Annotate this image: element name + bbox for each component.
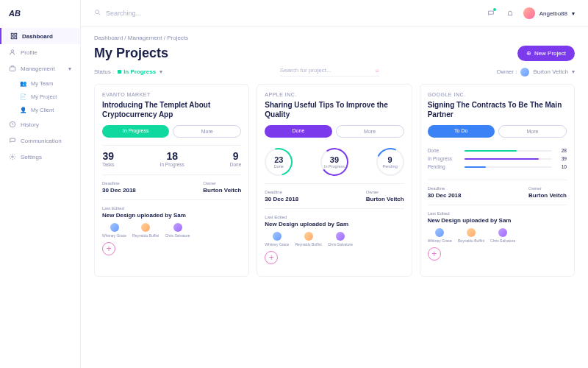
person-name: Whitney Grace: [265, 242, 289, 247]
nav-label: Management: [21, 66, 55, 72]
owner-filter[interactable]: Owner : Burton Veitch ▾: [496, 68, 575, 77]
stat-num: 23: [274, 155, 283, 164]
company-name: EVANTO MARKET: [102, 92, 241, 97]
project-title: Sharing Useful Tips To Improve the Quali…: [265, 100, 404, 119]
card-actions: In Progress More: [102, 125, 241, 138]
person[interactable]: Whitney Grace: [428, 228, 452, 243]
person[interactable]: Reynaldo Buffini: [132, 223, 159, 238]
nav-my-client[interactable]: 👤My Client: [19, 103, 80, 116]
avatar: [336, 232, 345, 241]
meta-row: Deadline30 Dec 2018 OwnerBurton Veitch: [428, 180, 567, 205]
search-placeholder: Search for project...: [280, 67, 331, 74]
edited-lbl: Last Edited: [265, 215, 404, 219]
status-button[interactable]: To Do: [428, 125, 495, 138]
new-project-button[interactable]: ⊕ New Project: [517, 46, 575, 61]
nav-management[interactable]: Management ▾: [0, 60, 80, 77]
person[interactable]: Whitney Grace: [102, 223, 126, 238]
person[interactable]: Reynaldo Buffini: [295, 232, 321, 247]
avatar: [141, 223, 150, 232]
people: Whitney Grace Reynaldo Buffini Chris Sal…: [102, 223, 241, 238]
person-name: Reynaldo Buffini: [132, 233, 159, 238]
person[interactable]: Chris Salvatore: [328, 232, 353, 247]
file-icon: 📄: [19, 93, 26, 100]
nav-communication[interactable]: Communication: [0, 132, 80, 149]
deadline: Deadline30 Dec 2018: [265, 190, 298, 202]
bar-lbl: Pending: [428, 164, 460, 169]
person-name: Chris Salvatore: [165, 233, 190, 238]
status-button[interactable]: Done: [265, 125, 331, 138]
project-search[interactable]: Search for project... ⌕: [280, 67, 379, 77]
stat: 39Tasks: [102, 150, 115, 167]
person[interactable]: Whitney Grace: [265, 232, 289, 247]
add-person-button[interactable]: +: [428, 247, 441, 261]
last-edited: Last Edited New Design uploaded by Sam W…: [265, 209, 404, 269]
nav-my-project[interactable]: 📄My Project: [19, 90, 80, 103]
person[interactable]: Chris Salvatore: [165, 223, 190, 238]
meta-row: Deadline30 Dec 2018 OwnerBurton Veitch: [102, 175, 241, 200]
person[interactable]: Reynaldo Buffini: [458, 228, 484, 243]
nav-label: Dashboard: [22, 33, 53, 40]
meta-lbl: Owner: [366, 190, 404, 194]
nav-profile[interactable]: Profile: [0, 44, 80, 60]
app-root: AB Dashboard Profile Management ▾ 👥My Te…: [0, 0, 588, 368]
project-cards: EVANTO MARKET Introducing The Templet Ab…: [94, 84, 575, 277]
more-button[interactable]: More: [336, 125, 404, 138]
status-button[interactable]: In Progress: [102, 125, 169, 138]
person[interactable]: Chris Salvatore: [490, 228, 515, 243]
edited-lbl: Last Edited: [102, 206, 241, 210]
more-button[interactable]: More: [498, 125, 567, 138]
stat-lbl: Tasks: [102, 162, 115, 167]
stat-lbl: Done: [230, 162, 242, 167]
chevron-down-icon: ▾: [68, 66, 71, 72]
svg-rect-1: [15, 33, 17, 35]
project-title: Signing The Contracts To Be The Main Par…: [428, 100, 567, 119]
add-person-button[interactable]: +: [265, 251, 278, 264]
bar-track: [465, 158, 552, 160]
username: Angelbo88: [539, 10, 567, 17]
owner: OwnerBurton Veitch: [366, 190, 404, 202]
status-filter[interactable]: Status : In Progress ▾: [94, 68, 162, 75]
stats-rings: 23Done 39In Progress 9Pending: [265, 145, 404, 184]
people: Whitney Grace Reynaldo Buffini Chris Sal…: [265, 232, 404, 247]
user-menu[interactable]: Angelbo88 ▾: [523, 7, 575, 19]
svg-rect-3: [15, 37, 17, 39]
stat-num: 39: [330, 155, 339, 164]
nav-my-team[interactable]: 👥My Team: [19, 77, 80, 90]
meta-row: Deadline30 Dec 2018 OwnerBurton Veitch: [265, 184, 404, 209]
messages-button[interactable]: [485, 7, 497, 19]
bar-track: [465, 166, 552, 168]
avatar: [467, 228, 476, 237]
avatar: [304, 232, 313, 241]
button-label: New Project: [534, 50, 566, 57]
stat: 9Done: [230, 150, 242, 167]
global-search[interactable]: Searching...: [94, 9, 478, 18]
topbar-icons: Angelbo88 ▾: [485, 7, 575, 19]
add-person-button[interactable]: +: [102, 242, 115, 255]
notification-dot: [493, 8, 496, 11]
more-button[interactable]: More: [173, 125, 241, 138]
person-name: Reynaldo Buffini: [295, 242, 321, 247]
breadcrumb[interactable]: Dashboard / Management / Projects: [94, 35, 575, 41]
bar-val: 28: [556, 148, 567, 153]
chevron-down-icon: ▾: [159, 68, 162, 75]
person-name: Whitney Grace: [102, 233, 126, 238]
header-row: My Projects ⊕ New Project: [94, 46, 575, 61]
stat-num: 9: [230, 150, 242, 162]
nav-settings[interactable]: Settings: [0, 149, 80, 165]
status-value: In Progress: [118, 68, 156, 75]
avatar: [273, 232, 282, 241]
content: Dashboard / Management / Projects My Pro…: [81, 27, 588, 368]
nav-history[interactable]: History: [0, 116, 80, 132]
search-icon: ⌕: [376, 67, 379, 74]
nav-label: My Team: [31, 80, 53, 87]
people: Whitney Grace Reynaldo Buffini Chris Sal…: [428, 228, 567, 243]
meta-lbl: Owner: [203, 181, 241, 185]
svg-rect-5: [10, 67, 15, 71]
team-icon: 👥: [19, 79, 26, 87]
sidebar: AB Dashboard Profile Management ▾ 👥My Te…: [0, 0, 81, 368]
stat: 18In Progress: [160, 150, 184, 167]
owner: OwnerBurton Veitch: [203, 181, 241, 194]
nav-dashboard[interactable]: Dashboard: [0, 28, 80, 44]
bell-button[interactable]: [504, 7, 516, 19]
meta-val: Burton Veitch: [203, 187, 241, 194]
